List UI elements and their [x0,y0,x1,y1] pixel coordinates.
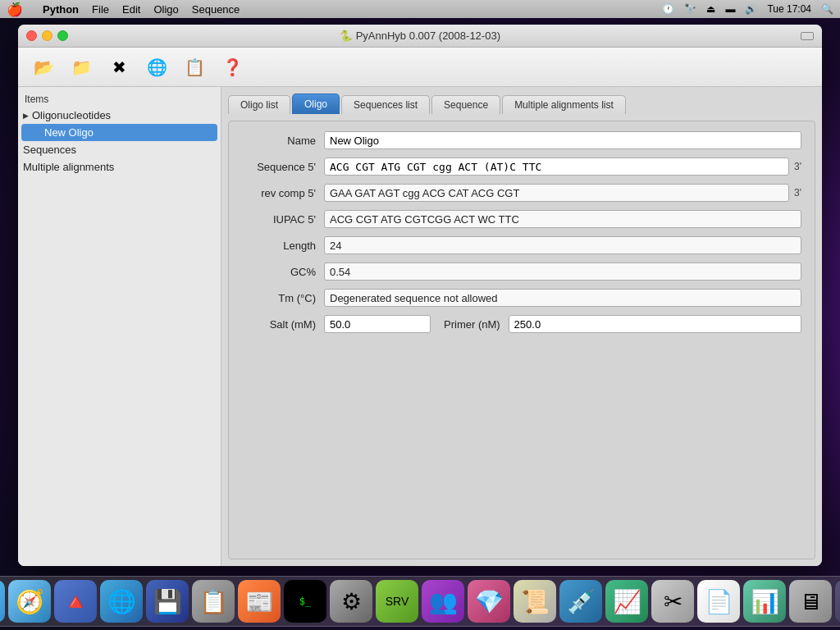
binoculars-icon: 🔭 [684,3,696,15]
desktop: 🍎 Python File Edit Oligo Sequence 🕐 🔭 ⏏ … [0,0,840,630]
dock-app1[interactable]: 🔺 [54,580,97,623]
salt-label: Salt (mM) [242,318,324,331]
sidebar-item-new-oligo[interactable]: New Oligo [21,124,217,141]
dock-scissors[interactable]: ✂ [651,580,694,623]
sequence-row: Sequence 5' 3' [242,158,801,176]
dock-app5[interactable]: 👥 [422,580,464,623]
sidebar-item-sequences[interactable]: Sequences [18,141,221,158]
main-content: Items ▶ Oligonucleotides New Oligo Seque… [18,87,822,566]
tab-multiple-alignments-list[interactable]: Multiple alignments list [502,95,626,114]
salt-input[interactable] [324,315,431,333]
sidebar: Items ▶ Oligonucleotides New Oligo Seque… [18,87,221,566]
iupac-row: IUPAC 5' ACG CGT ATG CGTCGG ACT WC TTC [242,210,801,228]
dock-docs[interactable]: 📄 [697,580,740,623]
revcomp-strand-label: 3' [794,187,801,199]
menu-sequence[interactable]: Sequence [192,3,240,16]
dock-scripts[interactable]: 📜 [514,580,556,623]
dock-server[interactable]: SRV [376,580,418,623]
delete-button[interactable]: ✖ [103,52,135,82]
menu-oligo[interactable]: Oligo [153,3,178,16]
main-window: 🐍 PyAnnHyb 0.007 (2008-12-03) 📂 📁 ✖ 🌐 📋 … [18,25,822,566]
clock-icon: 🕐 [662,3,674,15]
gc-row: GC% 0.54 [242,262,801,281]
tab-oligo-list[interactable]: Oligo list [228,95,290,114]
gc-value: 0.54 [324,262,801,281]
name-label: Name [242,135,324,147]
primer-label: Primer (nM) [444,318,509,331]
sidebar-item-label: New Oligo [44,126,94,139]
name-input[interactable] [324,131,801,149]
clipboard-button[interactable]: 📋 [179,52,210,82]
length-row: Length 24 [242,236,801,254]
sidebar-item-label: Oligonucleotides [32,109,111,121]
tm-row: Tm (°C) Degenerated sequence not allowed [242,289,801,307]
name-row: Name [242,131,801,149]
revcomp-value: GAA GAT AGT cgg ACG CAT ACG CGT [324,184,789,202]
expand-triangle-icon: ▶ [23,112,29,120]
folder-open-button[interactable]: 📂 [28,52,59,82]
sidebar-item-label: Sequences [23,144,76,156]
right-panel: Oligo list Oligo Sequences list Sequence… [221,87,822,566]
revcomp-row: rev comp 5' GAA GAT AGT cgg ACG CAT ACG … [242,184,801,202]
dock-app9[interactable]: 🔮 [835,580,840,623]
display-icon: ▬ [725,3,735,15]
tabs-container: Oligo list Oligo Sequences list Sequence… [228,94,815,114]
tab-sequences-list[interactable]: Sequences list [341,95,430,114]
dock-app3[interactable]: 📋 [192,580,235,623]
window-title: 🐍 PyAnnHyb 0.007 (2008-12-03) [340,30,500,42]
dock-app6[interactable]: 💎 [468,580,510,623]
menubar-right: 🕐 🔭 ⏏ ▬ 🔊 Tue 17:04 🔍 [662,3,833,15]
form-area: Name Sequence 5' 3' rev comp 5' GAA GAT … [228,121,815,559]
window-zoom[interactable] [801,32,814,40]
maximize-button[interactable] [57,30,68,41]
salt-primer-row: Salt (mM) Primer (nM) [242,315,801,333]
dock: 🖥 🧭 🔺 🌐 💾 📋 📰 $_ ⚙ SRV 👥 💎 📜 💉 📈 ✂ 📄 📊 🖥… [0,576,840,627]
dock-app4[interactable]: 📰 [238,580,281,623]
sidebar-item-multiple-alignments[interactable]: Multiple alignments [18,158,221,176]
sidebar-item-label: Multiple alignments [23,161,114,173]
iupac-label: IUPAC 5' [242,213,324,226]
dock-safari[interactable]: 🧭 [8,580,51,623]
sidebar-header: Items [18,90,221,107]
titlebar: 🐍 PyAnnHyb 0.007 (2008-12-03) [18,25,822,48]
menubar: 🍎 Python File Edit Oligo Sequence 🕐 🔭 ⏏ … [0,0,840,18]
dock-gear[interactable]: ⚙ [330,580,372,623]
toolbar: 📂 📁 ✖ 🌐 📋 ❓ [18,48,822,87]
help-button[interactable]: ❓ [217,52,248,82]
dock-app2[interactable]: 💾 [146,580,189,623]
dock-finder[interactable]: 🖥 [0,580,5,623]
length-label: Length [242,240,324,252]
dock-area: 🖥 🧭 🔺 🌐 💾 📋 📰 $_ ⚙ SRV 👥 💎 📜 💉 📈 ✂ 📄 📊 🖥… [0,564,840,630]
dock-chart[interactable]: 📈 [605,580,648,623]
close-button[interactable] [26,30,37,41]
dock-terminal[interactable]: $_ [284,580,326,623]
sequence-strand-label: 3' [794,161,801,172]
tab-sequence[interactable]: Sequence [431,95,500,114]
spotlight-icon[interactable]: 🔍 [821,3,833,15]
menu-python[interactable]: Python [43,3,79,16]
minimize-button[interactable] [42,30,52,41]
sequence-input[interactable] [324,158,789,176]
dock-app7[interactable]: 💉 [559,580,602,623]
traffic-lights [26,30,68,41]
primer-input[interactable] [509,315,801,333]
gc-label: GC% [242,266,324,278]
apple-menu[interactable]: 🍎 [7,2,23,17]
dock-globe[interactable]: 🌐 [100,580,143,623]
folder-button[interactable]: 📁 [66,52,97,82]
sidebar-item-oligonucleotides[interactable]: ▶ Oligonucleotides [18,107,221,124]
globe-button[interactable]: 🌐 [141,52,172,82]
tm-value: Degenerated sequence not allowed [324,289,801,307]
length-value: 24 [324,236,801,254]
menu-file[interactable]: File [92,3,109,16]
tab-oligo[interactable]: Oligo [292,94,340,114]
revcomp-label: rev comp 5' [242,187,324,199]
tm-label: Tm (°C) [242,292,324,304]
sequence-label: Sequence 5' [242,161,324,173]
volume-icon: 🔊 [745,3,757,15]
iupac-value: ACG CGT ATG CGTCGG ACT WC TTC [324,210,801,228]
dock-chart2[interactable]: 📊 [743,580,786,623]
menu-edit[interactable]: Edit [122,3,140,16]
dock-app8[interactable]: 🖥 [789,580,832,623]
eject-icon: ⏏ [706,3,715,15]
